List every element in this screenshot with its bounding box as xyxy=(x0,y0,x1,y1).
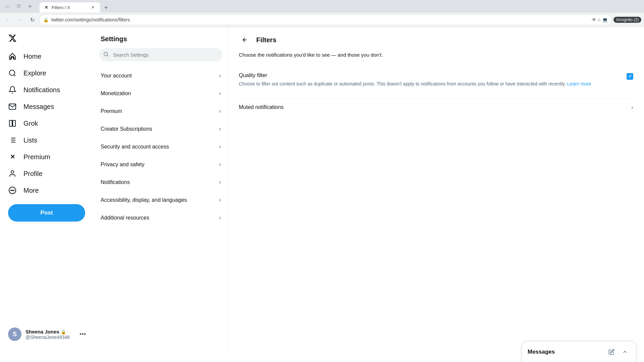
x-logo-svg xyxy=(8,34,17,43)
browser-right-buttons: Incognito (2) xyxy=(613,17,641,23)
chevron-right-icon: › xyxy=(219,125,221,132)
premium-label: Premium xyxy=(23,153,50,161)
grok-label: Grok xyxy=(23,120,38,127)
quality-filter-desc: Choose to filter out content such as dup… xyxy=(239,80,621,87)
user-info: Sheena Jones 🔒 @SheenaJone49348 xyxy=(25,329,75,340)
user-profile-area[interactable]: S Sheena Jones 🔒 @SheenaJone49348 ••• xyxy=(4,323,90,345)
sidebar-item-more[interactable]: More xyxy=(4,182,43,199)
svg-line-16 xyxy=(107,55,108,56)
search-icon xyxy=(103,52,109,58)
back-button[interactable] xyxy=(239,34,251,46)
search-settings-input[interactable] xyxy=(99,48,222,61)
sidebar-item-grok[interactable]: Grok xyxy=(4,115,42,132)
sidebar: Home Explore Notificatio xyxy=(0,27,94,350)
device-icon: 💻 xyxy=(602,17,608,22)
incognito-badge[interactable]: Incognito (2) xyxy=(613,17,641,23)
settings-item-additional[interactable]: Additional resources › xyxy=(94,209,228,227)
chevron-right-icon: › xyxy=(219,90,221,97)
maximize-button[interactable]: ❐ xyxy=(14,2,23,11)
home-label: Home xyxy=(23,53,41,60)
svg-rect-2 xyxy=(9,120,12,126)
post-button[interactable]: Post xyxy=(8,204,85,222)
collapse-messages-button[interactable] xyxy=(620,347,630,350)
settings-item-monetization[interactable]: Monetization › xyxy=(94,84,228,102)
address-bar-container: 🔒 👁 ☆ 💻 xyxy=(39,14,612,25)
messages-label: Messages xyxy=(23,103,54,111)
user-name: Sheena Jones 🔒 xyxy=(25,329,75,335)
quality-filter-title: Quality filter xyxy=(239,72,621,78)
svg-line-1 xyxy=(14,75,15,76)
x-logo[interactable] xyxy=(4,30,21,47)
settings-item-notifications[interactable]: Notifications › xyxy=(94,173,228,191)
filters-subtitle: Choose the notifications you'd like to s… xyxy=(239,51,633,59)
settings-panel: Settings Your account › Monetization › P… xyxy=(94,27,228,350)
explore-icon xyxy=(8,69,17,77)
svg-point-10 xyxy=(11,171,14,173)
quality-filter-checkbox[interactable] xyxy=(627,73,633,80)
minimize-button[interactable]: — xyxy=(3,2,11,11)
back-button[interactable]: ← xyxy=(3,14,13,25)
sidebar-item-premium[interactable]: ✕ Premium xyxy=(4,148,54,165)
learn-more-link[interactable]: Learn more xyxy=(567,81,591,86)
premium-icon: ✕ xyxy=(8,153,17,161)
sidebar-item-home[interactable]: Home xyxy=(4,48,45,65)
muted-notifications-row[interactable]: Muted notifications › xyxy=(239,99,633,116)
settings-item-your-account[interactable]: Your account › xyxy=(94,67,228,84)
settings-item-premium[interactable]: Premium › xyxy=(94,102,228,120)
more-label: More xyxy=(23,187,39,194)
chevron-right-icon: › xyxy=(219,179,221,186)
sidebar-item-explore[interactable]: Explore xyxy=(4,65,50,81)
more-icon xyxy=(8,186,17,195)
tab-close-button[interactable]: ✕ xyxy=(90,4,96,10)
chevron-right-icon: › xyxy=(631,104,633,111)
sidebar-item-notifications[interactable]: Notifications xyxy=(4,81,64,98)
chevron-right-icon: › xyxy=(219,143,221,150)
settings-item-creator-subscriptions[interactable]: Creator Subscriptions › xyxy=(94,120,228,138)
refresh-button[interactable]: ↻ xyxy=(27,14,38,25)
lock-icon: 🔒 xyxy=(61,329,66,335)
compose-message-button[interactable] xyxy=(606,347,617,350)
filters-title: Filters xyxy=(256,36,276,44)
window-controls: — ❐ ✕ xyxy=(3,2,34,11)
search-box xyxy=(99,48,222,61)
chevron-right-icon: › xyxy=(219,161,221,168)
chevron-right-icon: › xyxy=(219,108,221,115)
settings-title: Settings xyxy=(94,33,228,48)
chevron-right-icon: › xyxy=(219,214,221,221)
user-more-button[interactable]: ••• xyxy=(79,331,86,338)
tab-bar: ✕ Filters / X ✕ + xyxy=(37,0,641,12)
close-button[interactable]: ✕ xyxy=(25,2,34,11)
star-icon[interactable]: ☆ xyxy=(597,17,601,22)
user-handle: @SheenaJone49348 xyxy=(25,335,75,340)
tab-favicon: ✕ xyxy=(44,5,49,10)
address-bar-actions: 👁 ☆ 💻 xyxy=(592,17,608,22)
messages-title: Messages xyxy=(528,349,555,350)
avatar: S xyxy=(8,327,21,341)
svg-point-13 xyxy=(12,190,13,191)
svg-point-12 xyxy=(11,190,11,191)
sidebar-item-profile[interactable]: Profile xyxy=(4,165,47,182)
active-tab[interactable]: ✕ Filters / X ✕ xyxy=(40,2,100,12)
messages-header[interactable]: Messages xyxy=(522,342,636,350)
address-bar[interactable] xyxy=(51,17,589,22)
notifications-label: Notifications xyxy=(23,86,60,94)
quality-filter-section: Quality filter Choose to filter out cont… xyxy=(239,67,633,99)
quality-filter-text: Quality filter Choose to filter out cont… xyxy=(239,72,627,87)
quality-filter-row: Quality filter Choose to filter out cont… xyxy=(239,67,633,93)
filters-header: Filters xyxy=(239,34,633,46)
svg-point-15 xyxy=(104,52,108,56)
settings-item-security[interactable]: Security and account access › xyxy=(94,138,228,156)
home-icon xyxy=(8,52,17,61)
grok-icon xyxy=(8,119,17,128)
settings-item-accessibility[interactable]: Accessibility, display, and languages › xyxy=(94,191,228,209)
settings-item-privacy[interactable]: Privacy and safety › xyxy=(94,156,228,173)
new-tab-button[interactable]: + xyxy=(101,3,111,12)
main-nav: Home Explore Notificatio xyxy=(4,48,90,199)
profile-label: Profile xyxy=(23,170,43,178)
sidebar-item-lists[interactable]: Lists xyxy=(4,132,41,148)
sidebar-item-messages[interactable]: Messages xyxy=(4,98,58,115)
svg-point-14 xyxy=(13,190,14,191)
forward-button[interactable]: → xyxy=(15,14,25,25)
eye-slash-icon: 👁 xyxy=(592,17,596,22)
messages-widget: Messages xyxy=(522,342,636,350)
